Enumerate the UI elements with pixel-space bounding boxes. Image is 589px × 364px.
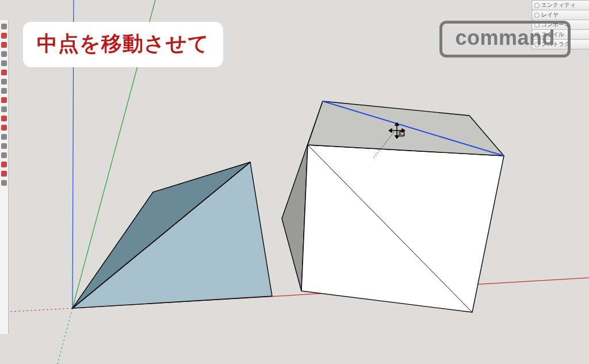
tool-icon[interactable] [1, 106, 7, 112]
tool-icon[interactable] [1, 162, 7, 167]
tool-icon[interactable] [1, 116, 7, 121]
tool-icon[interactable] [1, 70, 7, 75]
tool-icon[interactable] [1, 134, 7, 140]
tool-icon[interactable] [1, 152, 7, 158]
tool-icon[interactable] [1, 60, 7, 66]
tool-icon[interactable] [1, 79, 7, 85]
annotation-left-badge: 中点を移動させて [23, 22, 223, 67]
right-shape[interactable] [282, 101, 504, 312]
tray-panel-entity[interactable]: エンティティ [531, 0, 589, 10]
axis-green-neg [58, 308, 72, 364]
left-shape-face-back[interactable] [72, 162, 272, 308]
annotation-command-key-badge: command [439, 21, 571, 58]
tool-icon[interactable] [1, 51, 7, 57]
tool-icon[interactable] [1, 143, 7, 149]
left-toolbar[interactable] [0, 20, 9, 334]
tool-icon[interactable] [1, 125, 7, 131]
tool-icon[interactable] [1, 88, 7, 94]
tool-icon[interactable] [1, 171, 7, 177]
tool-icon[interactable] [1, 180, 7, 186]
right-shape-front-face[interactable] [301, 145, 504, 312]
tray-panel-layers[interactable]: レイヤ [531, 10, 589, 20]
left-shape[interactable] [72, 162, 272, 308]
tool-icon[interactable] [1, 97, 7, 103]
axis-red-neg [0, 308, 72, 312]
tool-icon[interactable] [1, 24, 7, 29]
tool-icon[interactable] [1, 42, 7, 48]
tool-icon[interactable] [1, 33, 7, 39]
